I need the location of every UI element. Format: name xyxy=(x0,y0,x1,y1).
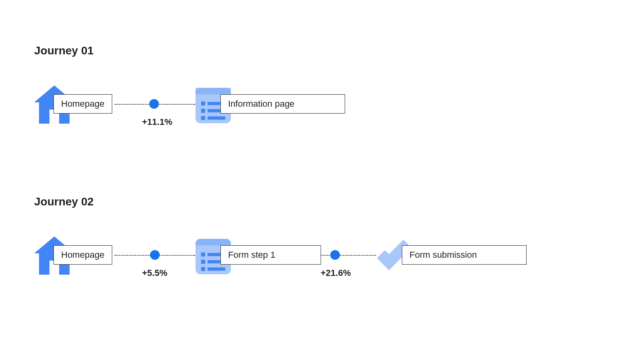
journey-section-2: Journey 02 Homepage +5.5% xyxy=(34,195,94,293)
svg-rect-5 xyxy=(201,109,205,113)
journey-section-1: Journey 01 Homepage +11.1% xyxy=(34,44,94,142)
journey-2-title: Journey 02 xyxy=(34,195,94,208)
diagram-canvas: Journey 01 Homepage +11.1% xyxy=(0,0,644,352)
svg-rect-14 xyxy=(201,267,205,271)
svg-rect-3 xyxy=(201,101,205,106)
connector-percent: +21.6% xyxy=(321,268,351,278)
step-label-information: Information page xyxy=(220,94,345,114)
step-label-homepage: Homepage xyxy=(53,94,112,114)
journey-2-flow: Homepage +5.5% xyxy=(34,236,94,293)
connector-dot xyxy=(150,250,160,260)
svg-rect-7 xyxy=(201,116,205,120)
connector-percent: +11.1% xyxy=(142,117,172,127)
connector-percent: +5.5% xyxy=(142,268,167,278)
svg-rect-8 xyxy=(208,116,225,120)
journey-1-flow: Homepage +11.1% xyxy=(34,85,94,142)
step-label-form-step-1: Form step 1 xyxy=(220,245,321,265)
connector-dot xyxy=(330,250,340,260)
journey-1-title: Journey 01 xyxy=(34,44,94,57)
svg-rect-12 xyxy=(201,260,205,264)
svg-rect-15 xyxy=(208,267,225,271)
svg-rect-10 xyxy=(201,253,205,257)
step-label-homepage-2: Homepage xyxy=(53,245,112,265)
connector-dot xyxy=(149,99,159,109)
step-label-form-submission: Form submission xyxy=(402,245,527,265)
